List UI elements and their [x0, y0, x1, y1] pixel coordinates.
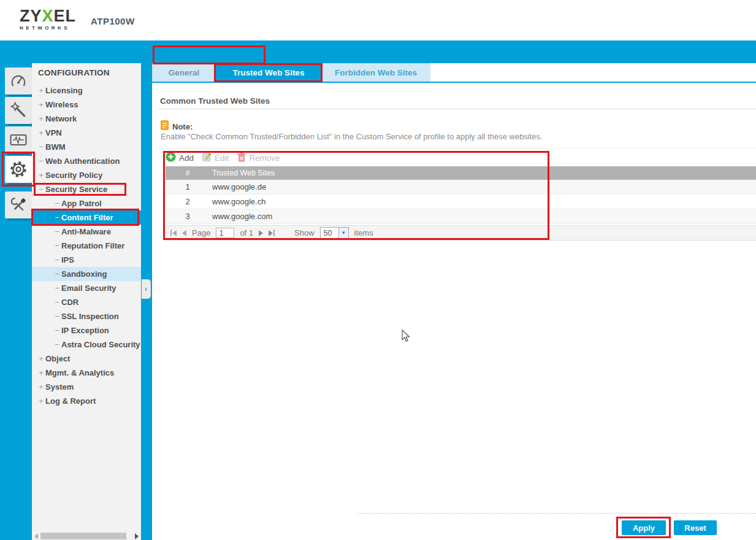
- sidebar-item-app-patrol[interactable]: −App Patrol: [32, 196, 141, 210]
- tab-general[interactable]: General: [152, 63, 216, 82]
- section-title: Common Trusted Web Sites: [160, 96, 270, 106]
- note-icon: [161, 120, 169, 133]
- edit-pencil-icon: [202, 152, 212, 163]
- section-divider: [158, 109, 756, 109]
- table-row[interactable]: 2 www.google.ch: [166, 195, 756, 209]
- sidebar-item-bwm[interactable]: −BWM: [32, 140, 141, 154]
- sidebar-item-wireless[interactable]: +Wireless: [32, 98, 141, 112]
- menu-heading: CONFIGURATION: [38, 68, 110, 77]
- sidebar-item-content-filter[interactable]: −Content Filter: [32, 210, 141, 225]
- sidebar-item-web-authentication[interactable]: −Web Authentication: [32, 154, 141, 168]
- note-text: Enable "Check Common Trusted/Forbidden L…: [161, 132, 543, 141]
- icon-rail: [0, 63, 32, 540]
- sidebar-item-astra-cloud-security[interactable]: −Astra Cloud Security: [32, 338, 141, 352]
- reset-button[interactable]: Reset: [674, 520, 717, 535]
- sidebar-item-mgmt-analytics[interactable]: +Mgmt. & Analytics: [32, 366, 141, 380]
- dashboard-nav-tile[interactable]: [5, 68, 32, 94]
- table-toolbar: Add Edit Remove: [166, 152, 280, 164]
- items-label: items: [354, 228, 373, 237]
- scroll-left-arrow-icon[interactable]: [34, 533, 38, 539]
- monitor-nav-tile[interactable]: [5, 126, 32, 153]
- sidebar-item-cdr[interactable]: −CDR: [32, 295, 141, 309]
- maintenance-nav-tile[interactable]: [5, 191, 32, 218]
- last-page-button[interactable]: [269, 230, 275, 236]
- footer-divider: [357, 513, 756, 514]
- tab-forbidden-web-sites[interactable]: Forbidden Web Sites: [321, 63, 430, 82]
- edit-button[interactable]: Edit: [202, 152, 229, 163]
- sidebar-item-ssl-inspection[interactable]: −SSL Inspection: [32, 309, 141, 323]
- note-title: Note:: [172, 122, 193, 131]
- logo-x-green: X: [42, 7, 54, 25]
- sidebar-item-ip-exception[interactable]: −IP Exception: [32, 323, 141, 338]
- trash-icon: [237, 152, 246, 164]
- of-pages-label: of 1: [240, 228, 253, 237]
- mouse-cursor: [402, 330, 411, 345]
- main-tab-bar: Web Content Filter DNS Content Filter: [0, 40, 756, 63]
- sidebar-item-security-policy[interactable]: +Security Policy: [32, 168, 141, 182]
- sidebar-collapse-handle[interactable]: ‹: [142, 279, 151, 299]
- tab-trusted-web-sites[interactable]: Trusted Web Sites: [216, 63, 321, 82]
- sidebar-item-object[interactable]: +Object: [32, 352, 141, 366]
- page-label: Page: [192, 228, 210, 237]
- add-button[interactable]: Add: [166, 152, 194, 164]
- sidebar-item-reputation-filter[interactable]: −Reputation Filter: [32, 239, 141, 253]
- wizard-nav-tile[interactable]: [5, 97, 32, 124]
- zyxel-atp100w-admin-ui: ZYXEL NETWORKS ATP100W Web Content Filte…: [0, 0, 756, 540]
- dropdown-arrow-icon: ▼: [338, 228, 348, 238]
- add-plus-icon: [166, 152, 176, 164]
- menu-horizontal-scrollbar[interactable]: [32, 532, 141, 540]
- table-header-row: # Trusted Web Sites: [166, 166, 756, 180]
- column-header-sites: Trusted Web Sites: [210, 169, 275, 177]
- main-content: Common Trusted Web Sites Note: Enable "C…: [152, 83, 756, 540]
- sidebar-item-sandboxing[interactable]: −Sandboxing: [32, 267, 141, 281]
- items-per-page-select[interactable]: 50 ▼: [320, 227, 349, 239]
- zyxel-logo: ZYXEL NETWORKS: [20, 7, 76, 31]
- trusted-web-sites-table: # Trusted Web Sites 1 www.google.de 2 ww…: [166, 166, 756, 224]
- configuration-nav-tile[interactable]: [5, 156, 32, 183]
- app-header: ZYXEL NETWORKS ATP100W: [0, 0, 756, 40]
- show-label: Show: [294, 228, 315, 237]
- scroll-right-arrow-icon[interactable]: [135, 533, 139, 539]
- magic-wand-icon: [9, 101, 28, 120]
- pagination-bar: Page of 1 Show 50 ▼ items: [166, 225, 756, 241]
- monitor-pulse-icon: [9, 130, 28, 150]
- note-header: Note:: [161, 120, 193, 133]
- sidebar-item-network[interactable]: +Network: [32, 112, 141, 126]
- sidebar-item-system[interactable]: +System: [32, 380, 141, 394]
- configuration-menu: CONFIGURATION +Licensing +Wireless +Netw…: [32, 63, 141, 540]
- gear-icon: [8, 159, 29, 180]
- column-header-index: #: [166, 169, 210, 177]
- page-number-input[interactable]: [216, 228, 234, 238]
- sidebar-item-anti-malware[interactable]: −Anti-Malware: [32, 225, 141, 239]
- tools-wrench-icon: [9, 195, 28, 215]
- menu-list: +Licensing +Wireless +Network +VPN −BWM …: [32, 83, 141, 408]
- sidebar-item-licensing[interactable]: +Licensing: [32, 83, 141, 98]
- sub-tab-bar: General Trusted Web Sites Forbidden Web …: [152, 63, 430, 82]
- sidebar-item-log-report[interactable]: +Log & Report: [32, 394, 141, 408]
- apply-button[interactable]: Apply: [622, 520, 666, 535]
- next-page-button[interactable]: [259, 230, 263, 236]
- sidebar-item-security-service[interactable]: −Security Service: [32, 182, 141, 196]
- scrollbar-thumb[interactable]: [40, 533, 126, 539]
- sidebar-blue-strip: [141, 63, 152, 540]
- logo-networks-text: NETWORKS: [20, 25, 76, 31]
- first-page-button[interactable]: [170, 230, 177, 236]
- gauge-icon: [9, 71, 28, 91]
- remove-button[interactable]: Remove: [237, 152, 280, 164]
- sidebar-item-vpn[interactable]: +VPN: [32, 126, 141, 140]
- table-row[interactable]: 3 www.google.com: [166, 209, 756, 224]
- device-model-label: ATP100W: [91, 16, 135, 26]
- sidebar-item-email-security[interactable]: −Email Security: [32, 281, 141, 295]
- note-divider: [158, 148, 756, 148]
- sidebar-item-ips[interactable]: −IPS: [32, 253, 141, 267]
- prev-page-button[interactable]: [182, 230, 186, 236]
- table-row[interactable]: 1 www.google.de: [166, 180, 756, 195]
